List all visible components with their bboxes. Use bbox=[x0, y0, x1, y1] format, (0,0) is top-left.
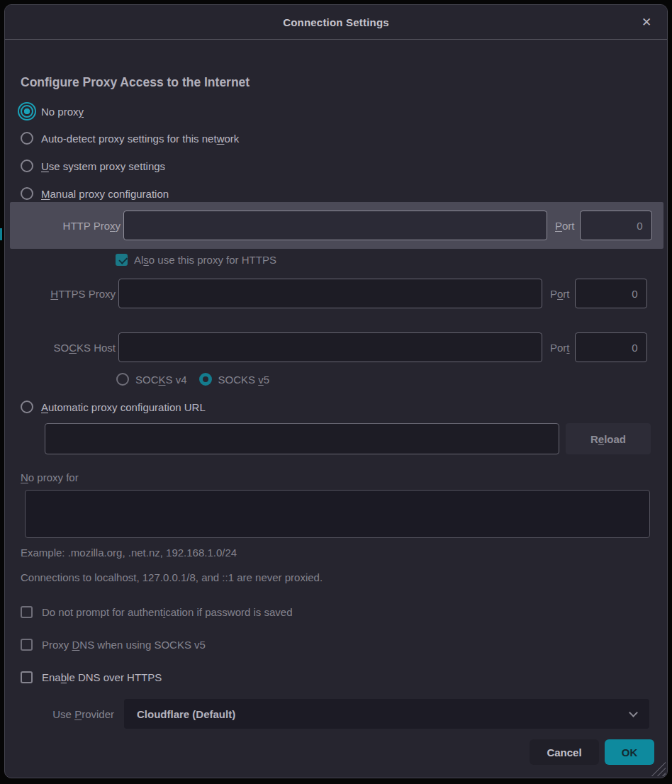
chevron-down-icon bbox=[629, 708, 638, 717]
doh-provider-value: Cloudflare (Default) bbox=[137, 708, 235, 720]
radio-row-auto-url: Automatic proxy configuration URL bbox=[21, 397, 206, 417]
proxy-dns-label: Proxy DNS when using SOCKS v5 bbox=[42, 639, 206, 651]
radio-no-proxy-label: No proxy bbox=[41, 106, 84, 118]
radio-auto-url-label: Automatic proxy configuration URL bbox=[41, 401, 206, 413]
radio-row-no-proxy: No proxy bbox=[21, 101, 84, 121]
radio-row-manual: Manual proxy configuration bbox=[21, 184, 169, 203]
dialog-titlebar: Connection Settings ✕ bbox=[5, 5, 667, 40]
radio-manual-label: Manual proxy configuration bbox=[41, 188, 169, 200]
socks-host-input[interactable] bbox=[118, 332, 542, 362]
https-port-label: Port bbox=[550, 288, 570, 300]
auto-url-row: Reload bbox=[45, 423, 651, 454]
http-port-input[interactable] bbox=[580, 211, 652, 240]
http-proxy-row: HTTP Proxy Port bbox=[10, 202, 663, 249]
enable-doh-row: Enable DNS over HTTPS bbox=[21, 667, 162, 687]
doh-provider-select[interactable]: Cloudflare (Default) bbox=[124, 699, 649, 729]
radio-socks-v4-label: SOCKS v4 bbox=[135, 374, 187, 386]
no-proxy-for-textarea[interactable] bbox=[25, 490, 650, 538]
no-proxy-for-label: No proxy for bbox=[21, 467, 79, 487]
socks-host-label: SOCKS Host bbox=[33, 342, 116, 354]
socks-host-row: SOCKS Host Port bbox=[33, 332, 647, 363]
no-prompt-auth-label: Do not prompt for authentication if pass… bbox=[42, 606, 293, 618]
checkbox-also-https[interactable] bbox=[116, 254, 128, 266]
https-proxy-row: HTTPS Proxy Port bbox=[33, 278, 647, 309]
ok-button[interactable]: OK bbox=[605, 739, 654, 765]
http-proxy-input[interactable] bbox=[123, 211, 547, 240]
checkbox-proxy-dns[interactable] bbox=[21, 639, 33, 651]
use-provider-label: Use Provider bbox=[40, 699, 114, 729]
connection-settings-dialog: Connection Settings ✕ Configure Proxy Ac… bbox=[4, 4, 668, 778]
no-proxy-example-text: Example: .mozilla.org, .net.nz, 192.168.… bbox=[21, 544, 237, 561]
radio-row-auto-detect: Auto-detect proxy settings for this netw… bbox=[21, 128, 239, 148]
radio-no-proxy[interactable] bbox=[21, 105, 33, 118]
http-proxy-label: HTTP Proxy bbox=[38, 220, 121, 232]
radio-auto-detect-label: Auto-detect proxy settings for this netw… bbox=[41, 133, 239, 145]
auto-url-input[interactable] bbox=[45, 423, 559, 454]
checkbox-no-prompt-auth[interactable] bbox=[21, 606, 33, 618]
enable-doh-label: Enable DNS over HTTPS bbox=[42, 671, 162, 683]
socks-port-input[interactable] bbox=[575, 332, 647, 362]
socks-port-label: Port bbox=[550, 342, 570, 354]
https-port-input[interactable] bbox=[575, 279, 647, 308]
page-title: Configure Proxy Access to the Internet bbox=[21, 75, 250, 92]
screen-edge-artifact bbox=[0, 228, 2, 240]
no-prompt-auth-row: Do not prompt for authentication if pass… bbox=[21, 602, 293, 622]
dialog-title: Connection Settings bbox=[283, 16, 389, 28]
also-https-row: Also use this proxy for HTTPS bbox=[116, 250, 276, 269]
localhost-note-text: Connections to localhost, 127.0.0.1/8, a… bbox=[21, 569, 323, 586]
radio-socks-v4[interactable] bbox=[116, 373, 129, 386]
radio-manual[interactable] bbox=[21, 187, 33, 200]
reload-button[interactable]: Reload bbox=[566, 423, 651, 454]
radio-row-use-system: Use system proxy settings bbox=[21, 156, 165, 176]
cancel-button[interactable]: Cancel bbox=[530, 739, 599, 765]
https-proxy-label: HTTPS Proxy bbox=[33, 288, 116, 300]
https-proxy-input[interactable] bbox=[118, 279, 542, 308]
radio-use-system-label: Use system proxy settings bbox=[41, 160, 165, 172]
proxy-dns-row: Proxy DNS when using SOCKS v5 bbox=[21, 634, 206, 654]
radio-auto-detect[interactable] bbox=[21, 132, 33, 145]
socks-version-row: SOCKS v4 SOCKS v5 bbox=[116, 369, 269, 389]
close-icon[interactable]: ✕ bbox=[636, 5, 657, 40]
radio-use-system[interactable] bbox=[21, 159, 33, 172]
radio-socks-v5-label: SOCKS v5 bbox=[218, 374, 270, 386]
radio-socks-v5[interactable] bbox=[199, 373, 212, 386]
http-port-label: Port bbox=[555, 220, 575, 232]
also-https-label: Also use this proxy for HTTPS bbox=[134, 254, 276, 266]
checkbox-enable-doh[interactable] bbox=[21, 671, 33, 683]
radio-auto-url[interactable] bbox=[21, 401, 33, 413]
